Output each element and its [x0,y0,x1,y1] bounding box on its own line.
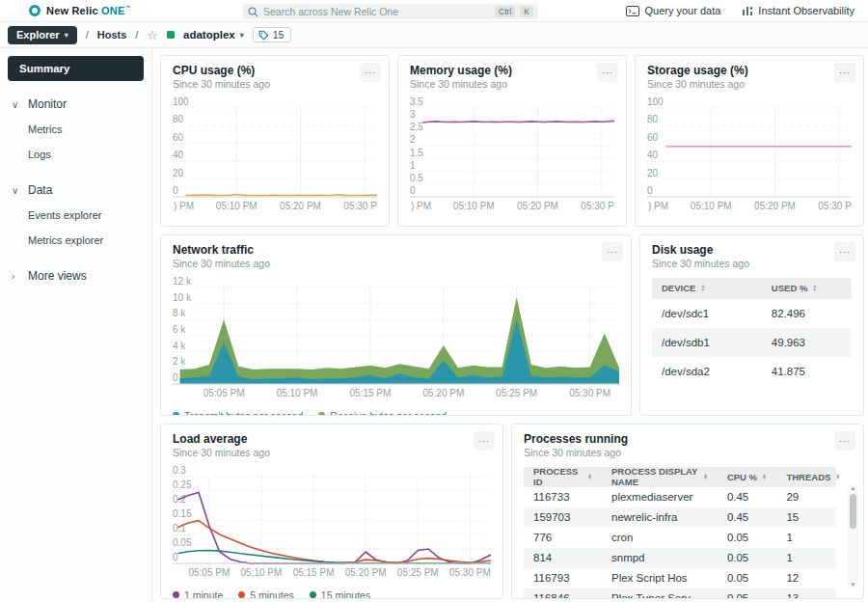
svg-text:0: 0 [647,185,653,196]
table-row: /dev/sdb149.963 [652,328,852,357]
legend-item[interactable]: 5 minutes [238,589,294,599]
sidebar-section-monitor[interactable]: ∨ Monitor [12,97,144,111]
card-subtitle: Since 30 minutes ago [173,78,377,92]
svg-text:05:30 PM: 05:30 PM [343,201,377,211]
card-subtitle: Since 30 minutes ago [524,447,852,460]
column-header[interactable]: CPU %▲▼ [718,472,777,482]
main-layout: Summary ∨ Monitor Metrics Logs ∨ Data Ev… [0,48,868,602]
svg-text:0.25: 0.25 [173,479,192,490]
legend-item[interactable]: Receive bytes per second [318,410,447,416]
dashboard-content: CPU usage (%) Since 30 minutes ago ··· 0… [152,48,868,602]
card-menu-button[interactable]: ··· [834,242,855,261]
legend-item[interactable]: 15 minutes [310,589,370,599]
sort-icon[interactable]: ▲▼ [703,474,708,480]
svg-text:12 k: 12 k [173,276,192,287]
card-menu-button[interactable]: ··· [597,63,618,82]
svg-text:100: 100 [647,96,664,107]
sort-icon[interactable]: ▲▼ [700,285,705,291]
column-header[interactable]: USED %▲▼ [762,283,852,293]
sort-icon[interactable]: ▲▼ [812,285,817,291]
svg-text:2: 2 [410,134,416,145]
card-menu-button[interactable]: ··· [360,63,381,82]
instant-observability-link[interactable]: Instant Observability [742,5,854,16]
svg-text:0.05: 0.05 [173,537,192,548]
sidebar-section-more-views[interactable]: › More views [12,269,144,283]
card-menu-button[interactable]: ··· [834,431,855,451]
brand-text: New Relic ONE™ [46,5,131,16]
svg-text:05:20 PM: 05:20 PM [345,567,387,578]
column-header[interactable]: DEVICE▲▼ [652,283,762,293]
card-title: Processes running [524,432,852,447]
scroll-up-icon[interactable]: ▲ [851,484,856,492]
cpu-usage-card: CPU usage (%) Since 30 minutes ago ··· 0… [160,55,390,227]
load-average-chart: 00.050.10.150.20.250.305:05 PM05:10 PM05… [173,465,491,585]
card-menu-button[interactable]: ··· [602,242,623,261]
table-cell: 0.05 [718,532,777,543]
card-title: Network traffic [173,243,619,258]
tags-pill[interactable]: 15 [253,27,292,42]
chevron-down-icon: ▾ [65,31,68,40]
column-header[interactable]: PROCESS ID▲▼ [524,466,602,487]
table-cell: 116793 [524,572,602,584]
svg-text:) PM: ) PM [174,201,194,211]
sort-icon[interactable]: ▲▼ [762,474,767,480]
sidebar: Summary ∨ Monitor Metrics Logs ∨ Data Ev… [0,48,152,602]
svg-text:05:10 PM: 05:10 PM [691,201,732,211]
breadcrumb-hosts-link[interactable]: Hosts [97,29,127,41]
svg-text:05:10 PM: 05:10 PM [277,388,318,398]
host-dropdown[interactable]: adatoplex ▾ [183,29,244,41]
table-cell: 0.05 [718,552,777,563]
explorer-dropdown[interactable]: Explorer ▾ [8,26,77,44]
new-relic-logo[interactable]: New Relic ONE™ [29,5,131,16]
svg-text:0.3: 0.3 [173,465,186,476]
table-cell: 49.963 [762,337,852,348]
svg-text:0: 0 [173,372,178,383]
scrollbar-thumb[interactable] [850,494,856,529]
svg-text:60: 60 [173,131,184,142]
card-menu-button[interactable]: ··· [834,63,855,82]
svg-text:100: 100 [173,96,189,107]
sidebar-section-data[interactable]: ∨ Data [12,183,144,197]
table-header: PROCESS ID▲▼PROCESS DISPLAY NAME▲▼CPU %▲… [524,467,836,487]
legend-item[interactable]: 1 minute [173,589,223,599]
table-cell: cron [602,532,718,543]
svg-text:05:30 PM: 05:30 PM [818,201,852,211]
storage-usage-card: Storage usage (%) Since 30 minutes ago ·… [635,55,864,227]
sidebar-item-summary[interactable]: Summary [8,56,144,81]
storage-usage-chart: 020406080100) PM05:10 PM05:20 PM05:30 PM [647,96,852,218]
favorite-star-icon[interactable]: ☆ [147,29,158,41]
table-cell: snmpd [602,552,718,563]
card-title: CPU usage (%) [173,64,377,78]
table-header: DEVICE▲▼USED %▲▼ [652,278,852,299]
svg-text:20: 20 [173,167,184,178]
breadcrumb-separator: / [86,29,89,41]
host-status-indicator [167,31,175,39]
sort-icon[interactable]: ▲▼ [587,474,592,480]
legend-item[interactable]: Transmit bytes per second [173,410,303,416]
table-cell: plexmediaserver [602,491,718,503]
card-menu-button[interactable]: ··· [474,431,495,451]
svg-text:05:20 PM: 05:20 PM [422,388,464,398]
sidebar-item-logs[interactable]: Logs [8,142,144,167]
terminal-icon [626,6,639,16]
tag-icon [258,30,269,41]
shortcut-k-key: K [520,6,533,17]
sidebar-item-events-explorer[interactable]: Events explorer [8,203,144,228]
card-subtitle: Since 30 minutes ago [173,447,491,460]
table-cell: 776 [524,532,602,543]
scroll-down-icon[interactable]: ▼ [851,581,856,588]
table-row: /dev/sda241.875 [652,357,852,386]
query-your-data-link[interactable]: Query your data [626,5,720,16]
table-row: 159703newrelic-infra0.4515 [524,507,836,528]
sidebar-item-metrics[interactable]: Metrics [8,117,144,142]
column-header[interactable]: PROCESS DISPLAY NAME▲▼ [602,466,718,487]
global-search[interactable]: Ctrl K [243,4,538,19]
sort-icon[interactable]: ▲▼ [835,474,840,480]
table-cell: 116846 [524,592,602,599]
chevron-expanded-icon: ∨ [12,185,19,196]
table-scrollbar[interactable]: ▲ ▼ [848,484,858,588]
search-input[interactable] [263,6,490,17]
svg-text:05:15 PM: 05:15 PM [293,567,335,578]
sidebar-item-metrics-explorer[interactable]: Metrics explorer [8,228,144,253]
column-header[interactable]: THREADS▲▼ [776,472,836,482]
